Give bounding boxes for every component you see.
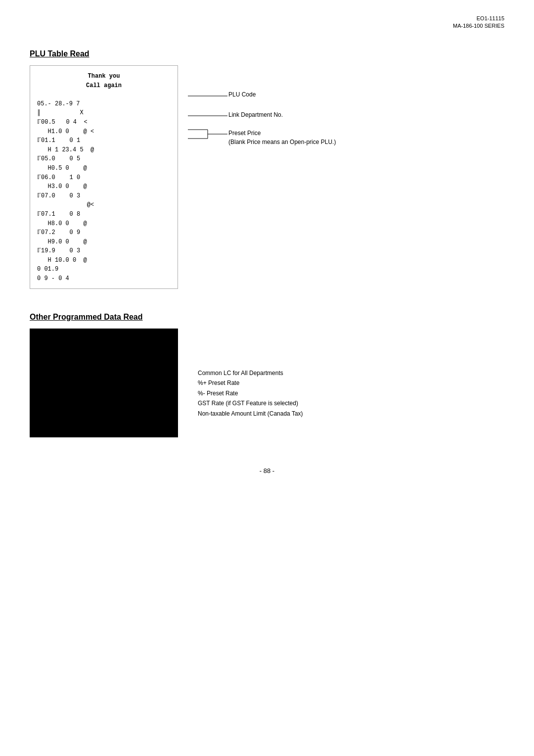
page-container: EO1-11115 MA-186-100 SERIES PLU Table Re… [0,0,534,756]
receipt-box: Thank you Call again 05.- 28.-9 7 ║ X ℾ0… [30,65,178,289]
doc-number: EO1-11115 [453,15,504,22]
other-annot-2: %+ Preset Rate [198,378,303,388]
receipt-r2: H1.0 0 @ < [37,127,171,137]
page-number: - 88 - [30,467,504,474]
receipt-r13: ℾ07.2 0 9 [37,228,171,237]
other-receipt-image [30,329,178,437]
receipt-r3: ℾ01.1 0 1 [37,136,171,145]
plu-annot-preset: Preset Price [228,130,261,137]
receipt-r7: ℾ06.0 1 0 [37,173,171,183]
receipt-r14: H9.0 0 @ [37,237,171,247]
receipt-r6: H0.5 0 @ [37,164,171,173]
plu-section-title: PLU Table Read [30,49,504,58]
receipt-r16: H 10.0 0 @ [37,256,171,265]
receipt-symbol: ║ X [37,108,171,118]
other-annotations: Common LC for All Departments %+ Preset … [198,329,303,419]
receipt-r1: ℾ00.5 0 4 < [37,118,171,127]
header-info: EO1-11115 MA-186-100 SERIES [453,15,504,30]
plu-content-row: Thank you Call again 05.- 28.-9 7 ║ X ℾ0… [30,65,504,293]
receipt-line3 [37,90,171,99]
plu-annotations-container: PLU Code Link Department No. Preset Pric… [188,65,376,293]
receipt-line2: Call again [37,81,171,91]
receipt-r17: 0 01.9 [37,265,171,274]
other-section: Other Programmed Data Read Common LC for… [30,313,504,437]
series: MA-186-100 SERIES [453,22,504,30]
plu-annot-dept: Link Department No. [228,111,283,118]
plu-section: PLU Table Read Thank you Call again 05.-… [30,49,504,293]
other-annot-1: Common LC for All Departments [198,368,303,378]
plu-annot-code: PLU Code [228,91,256,98]
other-content-row: Common LC for All Departments %+ Preset … [30,329,504,437]
receipt-r15: ℾ19.9 0 3 [37,246,171,256]
receipt-r11: ℾ07.1 0 8 [37,210,171,219]
plu-connector-lines [188,65,376,293]
receipt-r9: ℾ07.0 0 3 [37,191,171,201]
other-annot-5: Non-taxable Amount Limit (Canada Tax) [198,409,303,419]
receipt-r18: 0 9 - 0 4 [37,274,171,284]
other-annot-3: %- Preset Rate [198,388,303,398]
other-section-title: Other Programmed Data Read [30,313,504,322]
receipt-date: 05.- 28.-9 7 [37,99,171,109]
receipt-r10: @< [37,200,171,210]
receipt-r8: H3.0 0 @ [37,182,171,191]
other-annot-4: GST Rate (if GST Feature is selected) [198,398,303,408]
receipt-r5: ℾ05.0 0 5 [37,154,171,164]
receipt-line1: Thank you [37,72,171,81]
plu-annot-blank: (Blank Price means an Open-price PLU.) [228,139,336,145]
receipt-r12: H8.0 0 @ [37,219,171,229]
receipt-r4: H 1 23.4 5 @ [37,145,171,155]
